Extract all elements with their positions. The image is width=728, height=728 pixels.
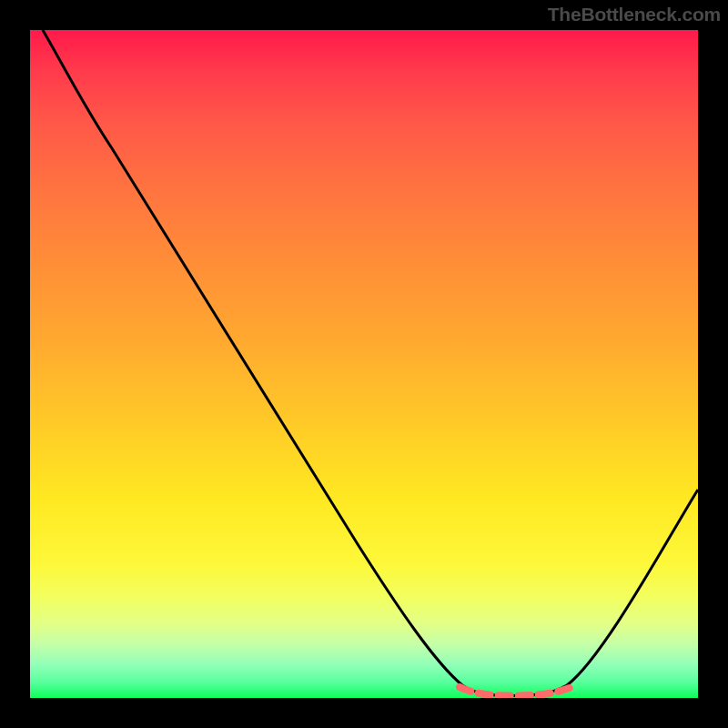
- plot-area: [30, 30, 698, 698]
- chart-svg: [30, 30, 698, 698]
- highlight-segment: [460, 686, 574, 696]
- watermark-text: TheBottleneck.com: [548, 4, 721, 25]
- main-curve: [43, 30, 698, 696]
